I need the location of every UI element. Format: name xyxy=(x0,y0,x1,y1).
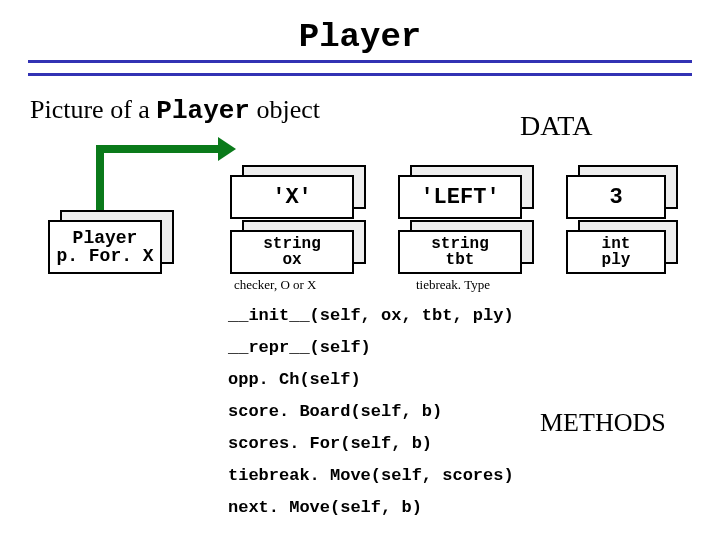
subtitle: Picture of a Player object xyxy=(30,95,320,126)
pointer-arrow-horizontal xyxy=(96,145,218,153)
value-ply: 3 xyxy=(609,185,622,210)
caption-tbt: tiebreak. Type xyxy=(416,277,490,293)
method-init: __init__(self, ox, tbt, ply) xyxy=(228,300,514,332)
title-rule xyxy=(28,60,692,76)
attr-type-ply: int xyxy=(602,236,631,252)
player-box-line2: p. For. X xyxy=(56,247,153,265)
attr-name-ox: ox xyxy=(282,252,301,268)
method-repr: __repr__(self) xyxy=(228,332,514,364)
attr-name-ply: ply xyxy=(602,252,631,268)
method-tiebreakmove: tiebreak. Move(self, scores) xyxy=(228,460,514,492)
pointer-arrow-head-icon xyxy=(218,137,236,161)
subtitle-mono: Player xyxy=(156,96,250,126)
pointer-arrow-vertical xyxy=(96,145,104,218)
attr-name-tbt: tbt xyxy=(446,252,475,268)
attr-type-tbt: string xyxy=(431,236,489,252)
subtitle-suffix: object xyxy=(250,95,320,124)
value-ox: 'X' xyxy=(272,185,312,210)
method-oppch: opp. Ch(self) xyxy=(228,364,514,396)
player-box-line1: Player xyxy=(73,229,138,247)
methods-section-label: METHODS xyxy=(540,408,666,438)
subtitle-prefix: Picture of a xyxy=(30,95,156,124)
caption-ox: checker, O or X xyxy=(234,277,317,293)
slide-title: Player xyxy=(0,18,720,56)
methods-list: __init__(self, ox, tbt, ply) __repr__(se… xyxy=(228,300,514,524)
method-scoresfor: scores. For(self, b) xyxy=(228,428,514,460)
method-nextmove: next. Move(self, b) xyxy=(228,492,514,524)
attr-type-ox: string xyxy=(263,236,321,252)
data-section-label: DATA xyxy=(520,110,592,142)
value-tbt: 'LEFT' xyxy=(420,185,499,210)
method-scoreboard: score. Board(self, b) xyxy=(228,396,514,428)
